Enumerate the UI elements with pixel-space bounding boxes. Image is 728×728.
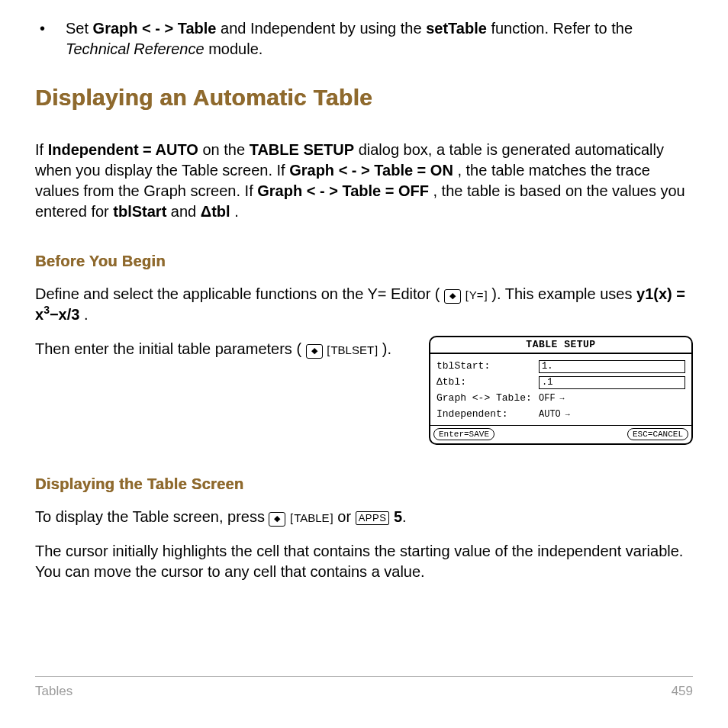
field-label: Δtbl: (436, 375, 539, 389)
text: ). (382, 340, 391, 357)
bold-text: 5 (394, 508, 402, 525)
text: . (84, 306, 89, 323)
section-heading-display: Displaying the Table Screen (35, 474, 693, 494)
paragraph: To display the Table screen, press TABLE… (35, 507, 693, 527)
section-heading-before: Before You Begin (35, 251, 693, 272)
field-value: .1 (539, 376, 685, 389)
dialog-row-graph-table: Graph <-> Table: OFF (436, 391, 685, 405)
field-value: OFF (539, 392, 565, 404)
bullet-item: Set Graph < - > Table and Independent by… (35, 18, 693, 60)
key-apps: APPS (356, 511, 390, 525)
key-label-y: Y= (465, 288, 488, 303)
text: To display the Table screen, press (35, 508, 269, 525)
paragraph: Define and select the applicable functio… (35, 284, 693, 325)
paragraph: Then enter the initial table parameters … (35, 339, 411, 359)
document-page: Set Graph < - > Table and Independent by… (0, 0, 728, 728)
bold-text: setTable (426, 20, 487, 37)
page-title: Displaying an Automatic Table (35, 82, 693, 114)
footer-page-number: 459 (672, 683, 693, 701)
esc-cancel-pill: ESC=CANCEL (627, 428, 688, 440)
text: or (337, 508, 355, 525)
field-value: 1. (539, 360, 685, 373)
bold-text: tblStart (113, 203, 166, 220)
intro-paragraph: If Independent = AUTO on the TABLE SETUP… (35, 140, 693, 222)
bold-text: Independent = AUTO (48, 141, 198, 158)
superscript: 3 (43, 304, 50, 316)
field-value: AUTO (539, 408, 570, 420)
key-label-tblset: TBLSET (327, 343, 378, 358)
field-label: Graph <-> Table: (436, 391, 539, 405)
footer-section: Tables (35, 683, 72, 701)
text: . (234, 203, 239, 220)
text: function. Refer to the (491, 20, 633, 37)
text: and Independent by using the (221, 20, 426, 37)
dialog-row-independent: Independent: AUTO (436, 407, 685, 421)
text: Set (66, 20, 93, 37)
dialog-footer: Enter=SAVE ESC=CANCEL (430, 425, 691, 443)
text: Then enter the initial table parameters … (35, 340, 301, 357)
bold-text: TABLE SETUP (250, 141, 354, 158)
bold-text: Graph < - > Table = OFF (257, 182, 429, 199)
text: ). This example uses (491, 285, 636, 302)
enter-save-pill: Enter=SAVE (433, 428, 494, 440)
text: Define and select the applicable functio… (35, 285, 440, 302)
dialog-body: tblStart: 1. Δtbl: .1 Graph <-> Table: O… (430, 354, 691, 425)
italic-text: Technical Reference (66, 40, 205, 57)
dialog-row-dtbl: Δtbl: .1 (436, 375, 685, 389)
dialog-title: TABLE SETUP (430, 337, 691, 355)
bold-text: Graph < - > Table (93, 20, 217, 37)
text: If (35, 141, 48, 158)
text: . (402, 508, 407, 525)
diamond-key-icon (444, 289, 461, 304)
text: on the (202, 141, 249, 158)
key-label-table: TABLE (290, 511, 333, 526)
row-with-figure: Then enter the initial table parameters … (35, 339, 693, 446)
bold-text: Δtbl (201, 203, 230, 220)
text: module. (208, 40, 263, 57)
field-label: tblStart: (436, 359, 539, 373)
formula-post: −x/3 (50, 306, 79, 323)
text: and (171, 203, 201, 220)
dialog-row-tblstart: tblStart: 1. (436, 359, 685, 373)
bullet-list: Set Graph < - > Table and Independent by… (35, 18, 693, 60)
field-label: Independent: (436, 407, 539, 421)
bold-text: Graph < - > Table = ON (289, 162, 453, 179)
table-setup-dialog: TABLE SETUP tblStart: 1. Δtbl: .1 Graph … (429, 336, 693, 446)
paragraph: The cursor initially highlights the cell… (35, 541, 693, 582)
page-footer: Tables 459 (35, 676, 693, 701)
diamond-key-icon (269, 512, 285, 527)
diamond-key-icon (306, 344, 323, 359)
